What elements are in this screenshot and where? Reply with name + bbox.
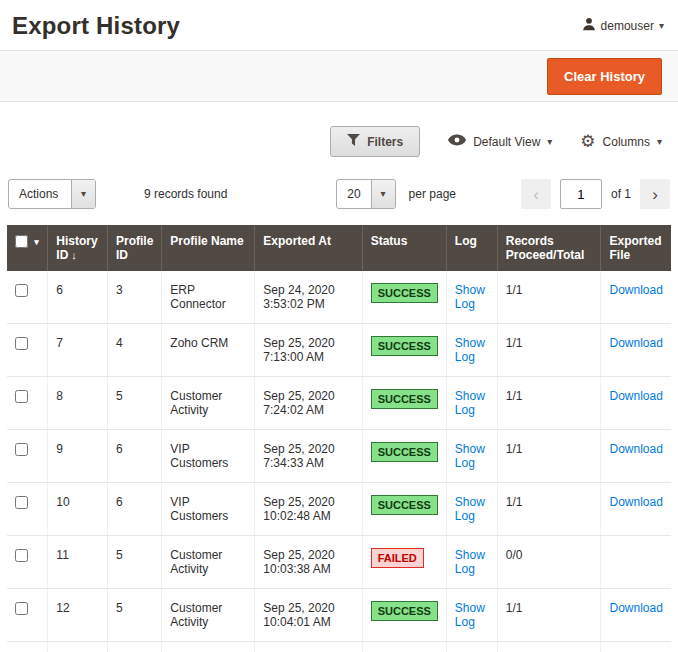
exported-at-value: Sep 25, 2020 10:02:48 AM: [263, 495, 334, 523]
column-header-profile-name[interactable]: Profile Name: [162, 225, 255, 271]
profile-name-value: Customer Activity: [170, 389, 222, 417]
table-row: 137New Customers D ReportSep 25, 2020 11…: [7, 642, 671, 652]
chevron-down-icon: ▾: [659, 21, 664, 31]
table-row: 74Zoho CRMSep 25, 2020 7:13:00 AMSUCCESS…: [7, 324, 671, 377]
select-all-checkbox[interactable]: [15, 235, 28, 248]
row-checkbox[interactable]: [15, 284, 28, 297]
column-header-status[interactable]: Status: [362, 225, 446, 271]
profile-id-value: 4: [116, 336, 123, 350]
download-link[interactable]: Download: [609, 389, 662, 403]
default-view-dropdown[interactable]: Default View ▾: [448, 134, 552, 149]
download-link[interactable]: Download: [609, 601, 662, 615]
column-header-log[interactable]: Log: [446, 225, 497, 271]
records-value: 1/1: [506, 601, 523, 615]
select-options-caret-icon[interactable]: ▾: [34, 237, 39, 247]
exported-at-value: Sep 25, 2020 10:03:38 AM: [263, 548, 334, 576]
records-value: 1/1: [506, 283, 523, 297]
download-link[interactable]: Download: [609, 283, 662, 297]
per-page-value: 20: [337, 180, 370, 208]
table-row: 96VIP CustomersSep 25, 2020 7:34:33 AMSU…: [7, 430, 671, 483]
profile-id-value: 3: [116, 283, 123, 297]
column-header-exported-file[interactable]: Exported File: [601, 225, 671, 271]
filters-button[interactable]: Filters: [330, 126, 420, 157]
status-badge: SUCCESS: [371, 336, 438, 356]
history-id-value: 9: [56, 442, 63, 456]
actions-select[interactable]: Actions ▾: [8, 179, 96, 209]
show-log-link[interactable]: Show Log: [455, 548, 485, 576]
columns-dropdown[interactable]: ⚙ Columns ▾: [580, 133, 662, 150]
row-checkbox[interactable]: [15, 443, 28, 456]
default-view-label: Default View: [473, 135, 540, 149]
records-value: 1/1: [506, 389, 523, 403]
column-header-history-id[interactable]: History ID↓: [48, 225, 108, 271]
export-history-table: ▾ History ID↓ Profile ID Profile Name Ex…: [7, 225, 671, 652]
actions-label: Actions: [9, 180, 71, 208]
exported-at-value: Sep 25, 2020 7:24:02 AM: [263, 389, 334, 417]
show-log-link[interactable]: Show Log: [455, 336, 485, 364]
exported-at-value: Sep 25, 2020 7:13:00 AM: [263, 336, 334, 364]
gear-icon: ⚙: [580, 133, 595, 150]
column-header-records[interactable]: Records Proceed/Total: [497, 225, 601, 271]
exported-at-value: Sep 25, 2020 7:34:33 AM: [263, 442, 334, 470]
show-log-link[interactable]: Show Log: [455, 601, 485, 629]
per-page-select[interactable]: 20 ▾: [336, 179, 395, 209]
profile-id-value: 5: [116, 601, 123, 615]
row-checkbox[interactable]: [15, 496, 28, 509]
page-input[interactable]: [560, 179, 602, 209]
sort-desc-icon[interactable]: ↓: [71, 249, 77, 261]
pagination: 20 ▾ per page ‹ of 1 ›: [336, 179, 670, 209]
user-icon: [582, 17, 596, 34]
profile-name-value: Zoho CRM: [170, 336, 228, 350]
table-header: ▾ History ID↓ Profile ID Profile Name Ex…: [7, 225, 671, 271]
filters-label: Filters: [367, 135, 403, 149]
row-checkbox[interactable]: [15, 602, 28, 615]
records-value: 1/1: [506, 336, 523, 350]
chevron-down-icon: ▾: [71, 180, 95, 208]
next-page-button[interactable]: ›: [640, 179, 670, 209]
table-row: 106VIP CustomersSep 25, 2020 10:02:48 AM…: [7, 483, 671, 536]
profile-name-value: VIP Customers: [170, 442, 228, 470]
download-link[interactable]: Download: [609, 495, 662, 509]
user-menu[interactable]: demouser ▾: [582, 17, 664, 34]
column-header-profile-id[interactable]: Profile ID: [107, 225, 161, 271]
table-row: 85Customer ActivitySep 25, 2020 7:24:02 …: [7, 377, 671, 430]
chevron-down-icon: ▾: [547, 137, 552, 147]
action-bar: Clear History: [0, 50, 678, 102]
show-log-link[interactable]: Show Log: [455, 283, 485, 311]
profile-name-value: Customer Activity: [170, 601, 222, 629]
records-found: 9 records found: [144, 187, 227, 201]
view-controls: Filters Default View ▾ ⚙ Columns ▾: [0, 102, 678, 173]
page-header: Export History demouser ▾: [0, 0, 678, 50]
page-title: Export History: [12, 12, 180, 40]
row-checkbox[interactable]: [15, 337, 28, 350]
filter-icon: [347, 134, 360, 149]
status-badge: SUCCESS: [371, 283, 438, 303]
profile-id-value: 6: [116, 495, 123, 509]
clear-history-button[interactable]: Clear History: [547, 58, 662, 95]
profile-name-value: ERP Connector: [170, 283, 225, 311]
column-header-exported-at[interactable]: Exported At: [255, 225, 362, 271]
download-link[interactable]: Download: [609, 442, 662, 456]
show-log-link[interactable]: Show Log: [455, 495, 485, 523]
row-checkbox[interactable]: [15, 390, 28, 403]
history-id-value: 8: [56, 389, 63, 403]
grid-controls: Actions ▾ 9 records found 20 ▾ per page …: [0, 173, 678, 225]
user-name: demouser: [601, 19, 654, 33]
row-checkbox[interactable]: [15, 549, 28, 562]
download-link[interactable]: Download: [609, 336, 662, 350]
records-value: 1/1: [506, 495, 523, 509]
show-log-link[interactable]: Show Log: [455, 389, 485, 417]
history-id-value: 7: [56, 336, 63, 350]
profile-id-value: 5: [116, 389, 123, 403]
export-history-page: Export History demouser ▾ Clear History …: [0, 0, 678, 652]
status-badge: FAILED: [371, 548, 424, 568]
previous-page-button[interactable]: ‹: [521, 179, 551, 209]
status-badge: SUCCESS: [371, 389, 438, 409]
chevron-down-icon: ▾: [657, 137, 662, 147]
profile-name-value: Customer Activity: [170, 548, 222, 576]
history-id-value: 12: [56, 601, 69, 615]
history-id-value: 11: [56, 548, 68, 562]
table-row: 115Customer ActivitySep 25, 2020 10:03:3…: [7, 536, 671, 589]
status-badge: SUCCESS: [371, 495, 438, 515]
show-log-link[interactable]: Show Log: [455, 442, 485, 470]
